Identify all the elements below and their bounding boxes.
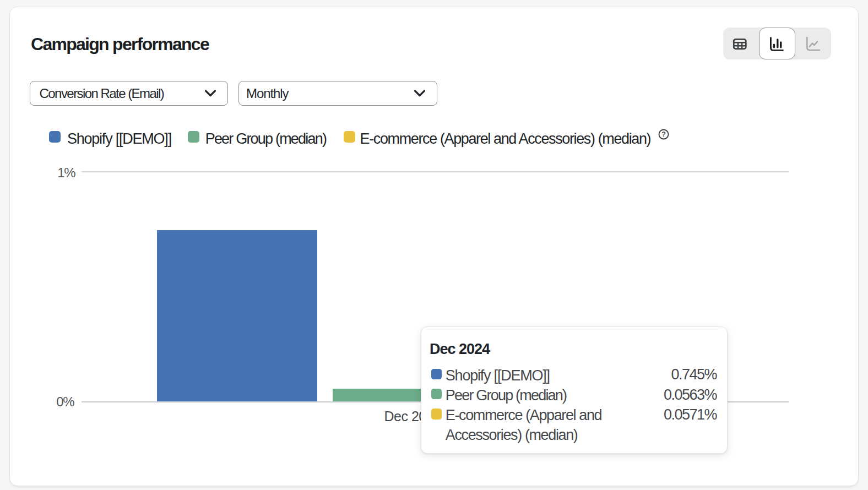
svg-text:?: ? — [661, 130, 666, 138]
